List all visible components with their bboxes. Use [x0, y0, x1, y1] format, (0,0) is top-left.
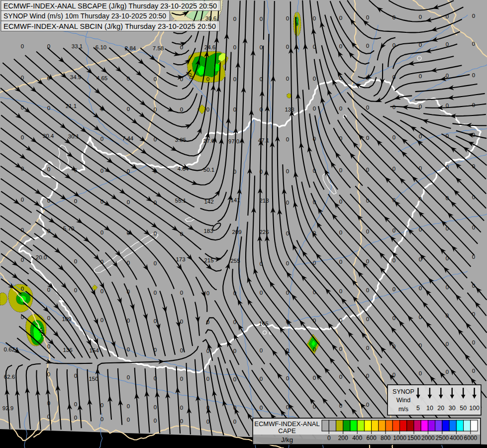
svg-text:1000: 1000	[393, 435, 406, 442]
svg-text:0: 0	[180, 231, 183, 237]
svg-text:0: 0	[366, 105, 369, 111]
svg-text:0: 0	[206, 319, 209, 325]
svg-text:0: 0	[233, 107, 236, 112]
svg-text:0: 0	[313, 136, 316, 142]
svg-text:0: 0	[313, 106, 316, 112]
svg-text:0: 0	[74, 287, 77, 293]
svg-text:0: 0	[366, 167, 369, 173]
svg-text:0: 0	[180, 347, 183, 353]
svg-text:1500: 1500	[407, 435, 421, 442]
svg-text:0: 0	[472, 13, 475, 19]
svg-text:2.84: 2.84	[125, 45, 136, 51]
svg-text:0: 0	[127, 76, 130, 82]
svg-text:0: 0	[206, 405, 209, 411]
svg-text:0: 0	[233, 419, 236, 425]
svg-text:150: 150	[89, 376, 98, 382]
svg-text:0: 0	[100, 288, 103, 294]
svg-text:0.624: 0.624	[4, 346, 18, 352]
svg-text:0: 0	[472, 194, 475, 200]
svg-text:0: 0	[472, 339, 475, 345]
svg-text:0: 0	[127, 417, 130, 423]
svg-text:0: 0	[180, 107, 183, 112]
svg-text:30.6: 30.6	[205, 15, 216, 21]
svg-text:0: 0	[286, 375, 289, 381]
svg-text:0: 0	[339, 229, 342, 235]
svg-text:0: 0	[339, 403, 342, 409]
svg-text:0: 0	[154, 318, 157, 324]
svg-text:0: 0	[100, 229, 103, 235]
svg-text:0: 0	[419, 314, 422, 320]
svg-text:0: 0	[366, 43, 369, 49]
svg-text:97.0: 97.0	[228, 138, 239, 144]
svg-text:62.6: 62.6	[4, 374, 15, 380]
svg-text:0: 0	[127, 106, 130, 112]
svg-text:0: 0	[286, 76, 289, 82]
svg-text:0: 0	[313, 375, 316, 381]
svg-text:0: 0	[339, 288, 342, 294]
svg-text:CAPE: CAPE	[278, 427, 296, 435]
svg-text:0: 0	[100, 168, 103, 174]
svg-text:0: 0	[206, 76, 209, 82]
svg-text:0: 0	[47, 166, 50, 172]
svg-text:0: 0	[154, 375, 157, 381]
svg-text:0: 0	[206, 376, 209, 382]
svg-text:0: 0	[392, 14, 395, 20]
svg-text:0: 0	[260, 261, 263, 267]
svg-text:0: 0	[74, 373, 77, 379]
svg-text:0: 0	[419, 370, 422, 376]
svg-text:0: 0	[446, 225, 449, 231]
svg-text:0: 0	[180, 290, 183, 296]
svg-text:0: 0	[472, 283, 475, 289]
svg-text:4.65: 4.65	[97, 75, 107, 81]
svg-text:0: 0	[154, 347, 157, 353]
svg-text:600: 600	[367, 435, 377, 442]
svg-text:0: 0	[286, 168, 289, 174]
svg-text:0: 0	[446, 164, 449, 170]
svg-text:0: 0	[127, 260, 130, 266]
svg-text:0: 0	[286, 404, 289, 410]
svg-text:0: 0	[286, 44, 289, 50]
svg-text:0: 0	[392, 257, 395, 263]
svg-text:ECMWF-INDEX-ANAL SBCAPE (J/kg): ECMWF-INDEX-ANAL SBCAPE (J/kg) Thursday …	[3, 1, 217, 10]
svg-text:213: 213	[259, 198, 269, 204]
svg-text:0: 0	[313, 199, 316, 205]
svg-text:34.9: 34.9	[70, 74, 81, 80]
svg-text:50.1: 50.1	[203, 167, 214, 173]
svg-text:0: 0	[286, 319, 289, 325]
svg-text:0: 0	[472, 72, 475, 78]
svg-text:0: 0	[392, 74, 395, 80]
svg-text:J/kg: J/kg	[281, 436, 293, 444]
svg-text:0: 0	[180, 319, 183, 325]
svg-text:0: 0	[47, 43, 50, 49]
svg-text:0: 0	[327, 435, 331, 442]
svg-text:0: 0	[366, 373, 369, 379]
svg-text:0: 0	[419, 14, 422, 20]
svg-text:0: 0	[233, 16, 236, 22]
svg-text:226: 226	[259, 229, 269, 235]
svg-text:0: 0	[313, 44, 316, 50]
svg-text:0: 0	[472, 224, 475, 230]
svg-text:0: 0	[286, 290, 289, 296]
svg-text:0: 0	[366, 75, 369, 81]
svg-text:0: 0	[366, 135, 369, 141]
svg-text:0: 0	[446, 313, 449, 319]
svg-text:0: 0	[339, 346, 342, 352]
svg-text:400: 400	[352, 435, 362, 442]
svg-text:0: 0	[260, 44, 263, 50]
svg-text:0: 0	[127, 199, 130, 205]
svg-text:20.0: 20.0	[36, 254, 47, 260]
svg-text:0: 0	[127, 403, 130, 409]
svg-text:0: 0	[47, 198, 50, 204]
svg-text:209: 209	[232, 229, 241, 235]
svg-text:0: 0	[472, 163, 475, 169]
svg-text:0: 0	[154, 230, 157, 236]
svg-text:47.1: 47.1	[258, 137, 269, 143]
svg-text:0: 0	[419, 73, 422, 79]
svg-text:0: 0	[446, 133, 449, 139]
svg-text:0: 0	[472, 254, 475, 260]
svg-text:SYNOP Wind (m/s) 10m Thursday: SYNOP Wind (m/s) 10m Thursday 23-10-2025…	[3, 11, 166, 20]
svg-text:0: 0	[100, 259, 103, 265]
svg-text:27.6: 27.6	[203, 138, 214, 144]
svg-text:0: 0	[392, 42, 395, 48]
svg-text:0: 0	[366, 287, 369, 293]
